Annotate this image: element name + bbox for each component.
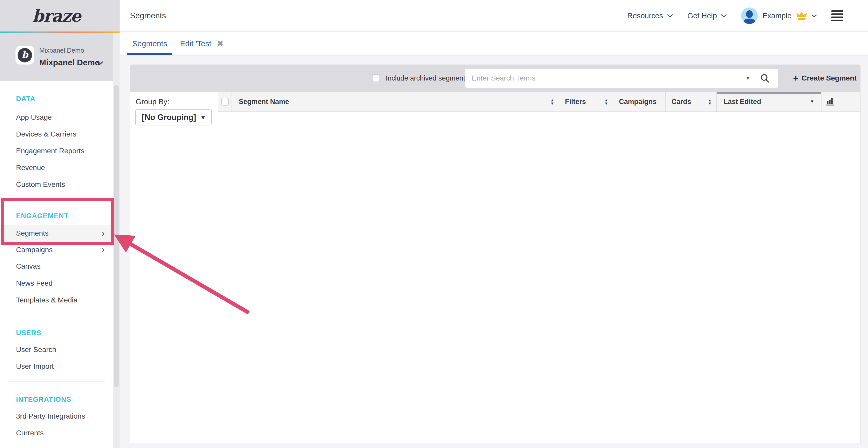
create-segment-button[interactable]: + Create Segment <box>789 65 861 92</box>
column-label: Last Edited <box>723 98 761 106</box>
user-name: Example <box>762 12 792 20</box>
chevron-down-icon <box>667 14 673 18</box>
avatar-body <box>743 19 755 24</box>
column-label: Cards <box>672 98 691 106</box>
tab-edit-test[interactable]: Edit 'Test' ✖ <box>175 32 228 55</box>
resources-label: Resources <box>627 12 663 20</box>
search-input[interactable] <box>465 69 778 88</box>
sidebar-section-data: DATA <box>0 91 113 107</box>
sort-icon[interactable]: ▲▼ <box>708 98 712 105</box>
sidebar-item-currents[interactable]: Currents <box>0 425 113 441</box>
sidebar: DATA App Usage Devices & Carriers Engage… <box>0 81 113 448</box>
tab-label: Edit 'Test' <box>180 39 213 48</box>
chevron-right-icon: › <box>101 242 104 258</box>
user-menu[interactable]: Example <box>741 7 817 24</box>
segments-table: Segment Name ▲▼ Filters ▲▼ Campaigns <box>218 92 860 443</box>
column-header-analytics[interactable] <box>821 92 839 111</box>
group-by-select[interactable]: [No Grouping] ▼ <box>135 109 212 126</box>
close-icon[interactable]: ✖ <box>217 39 223 48</box>
sidebar-section-engagement: ENGAGEMENT <box>0 208 113 224</box>
crown-icon <box>796 11 807 21</box>
select-all-cell <box>218 92 231 111</box>
workspace-app-label: Mixpanel Demo <box>39 47 84 54</box>
sidebar-item-label: Segments <box>16 229 49 237</box>
select-all-checkbox[interactable] <box>221 98 229 106</box>
table-header-row: Segment Name ▲▼ Filters ▲▼ Campaigns <box>218 92 860 112</box>
tabs-bar: Segments Edit 'Test' ✖ <box>120 32 868 56</box>
column-header-segment-name[interactable]: Segment Name ▲▼ <box>231 92 559 111</box>
sort-icon[interactable]: ▲▼ <box>604 98 608 105</box>
chevron-down-icon <box>812 14 817 18</box>
chevron-right-icon: › <box>101 225 104 242</box>
column-label: Campaigns <box>619 98 657 106</box>
segments-content: Group By: [No Grouping] ▼ Segment Name ▲… <box>130 92 860 443</box>
sidebar-item-campaigns[interactable]: Campaigns › <box>0 242 113 258</box>
create-segment-label: Create Segment <box>802 74 857 82</box>
column-header-filters[interactable]: Filters ▲▼ <box>559 92 613 111</box>
plus-icon: + <box>793 74 799 83</box>
braze-dashboard: braze b Mixpanel Demo Mixpanel Demo DATA… <box>0 0 868 448</box>
sidebar-item-news-feed[interactable]: News Feed <box>0 275 113 291</box>
chevron-down-icon <box>721 14 727 18</box>
get-help-menu[interactable]: Get Help <box>687 12 727 20</box>
segments-panel: Include archived segments ▼ + Create Seg… <box>130 65 861 443</box>
include-archived-label: Include archived segments <box>386 65 469 92</box>
hamburger-menu-icon[interactable] <box>831 9 843 23</box>
sidebar-item-user-search[interactable]: User Search <box>0 341 113 358</box>
workspace-initial: b <box>18 48 32 63</box>
sidebar-item-devices-carriers[interactable]: Devices & Carriers <box>0 126 113 142</box>
column-header-cards[interactable]: Cards ▲▼ <box>665 92 716 111</box>
group-by-value: [No Grouping] <box>142 110 196 125</box>
group-by-label: Group By: <box>135 98 169 106</box>
table-body-empty <box>218 112 860 443</box>
resources-menu[interactable]: Resources <box>627 12 673 20</box>
sidebar-item-3rd-party-integrations[interactable]: 3rd Party Integrations <box>0 408 113 424</box>
sidebar-section-users: USERS <box>0 325 113 341</box>
search-dropdown-caret-icon[interactable]: ▼ <box>743 69 753 88</box>
column-header-campaigns[interactable]: Campaigns <box>613 92 665 111</box>
sidebar-item-revenue[interactable]: Revenue <box>0 160 113 176</box>
caret-down-icon: ▼ <box>200 110 206 125</box>
sidebar-item-templates-media[interactable]: Templates & Media <box>0 292 113 308</box>
tab-segments[interactable]: Segments <box>127 32 172 55</box>
sidebar-divider <box>8 315 105 315</box>
chevron-down-icon <box>96 61 103 66</box>
sidebar-item-canvas[interactable]: Canvas <box>0 258 113 275</box>
sort-icon[interactable]: ▲▼ <box>550 98 554 105</box>
avatar-head <box>746 10 753 18</box>
workspace-icon: b <box>16 46 34 65</box>
sort-desc-icon: ▼ <box>810 99 814 104</box>
segments-toolbar: Include archived segments ▼ + Create Seg… <box>130 65 860 92</box>
braze-logo[interactable]: braze <box>32 6 87 26</box>
column-header-last-edited[interactable]: Last Edited ▼ <box>716 92 821 111</box>
page-title: Segments <box>130 0 166 32</box>
top-bar: Segments Resources Get Help Example <box>120 0 868 32</box>
sidebar-section-integrations: INTEGRATIONS <box>0 391 113 408</box>
get-help-label: Get Help <box>687 12 717 20</box>
bar-chart-icon <box>826 98 835 106</box>
column-label: Filters <box>565 98 586 106</box>
column-label: Segment Name <box>239 98 289 106</box>
sidebar-item-label: Campaigns <box>16 246 53 254</box>
top-bar-controls: Resources Get Help Example <box>627 0 843 32</box>
workspace-switcher[interactable]: b Mixpanel Demo Mixpanel Demo <box>0 33 120 81</box>
user-avatar <box>741 7 758 24</box>
sidebar-item-app-usage[interactable]: App Usage <box>0 109 113 126</box>
group-by-panel: Group By: [No Grouping] ▼ <box>130 92 218 443</box>
workspace-name: Mixpanel Demo <box>39 58 100 67</box>
tab-label: Segments <box>132 39 167 48</box>
sidebar-item-engagement-reports[interactable]: Engagement Reports <box>0 143 113 159</box>
sidebar-divider <box>8 381 105 382</box>
sidebar-scrollbar-thumb[interactable] <box>114 85 119 387</box>
sidebar-item-custom-events[interactable]: Custom Events <box>0 176 113 193</box>
sidebar-item-user-import[interactable]: User Import <box>0 358 113 375</box>
table-header-filler <box>839 92 860 111</box>
toolbar-divider <box>784 66 784 90</box>
sidebar-header: braze <box>0 0 120 32</box>
search-icon[interactable] <box>760 73 770 83</box>
include-archived-checkbox[interactable] <box>372 74 380 82</box>
sidebar-item-segments[interactable]: Segments › <box>0 225 113 242</box>
